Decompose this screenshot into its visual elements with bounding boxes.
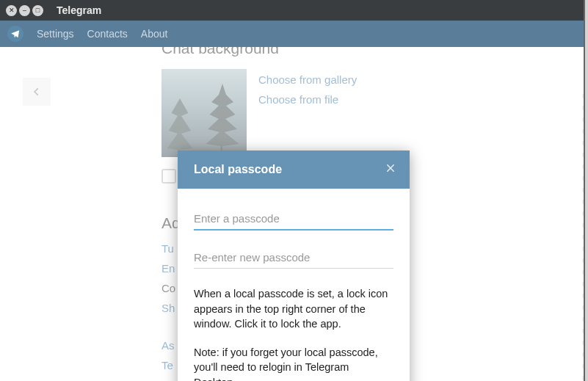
window-maximize-btn[interactable]: □ xyxy=(32,5,43,16)
dialog-body: When a local passcode is set, a lock ico… xyxy=(178,189,410,381)
window-minimize-btn[interactable]: – xyxy=(19,5,30,16)
menubar: Settings Contacts About xyxy=(0,21,584,47)
dialog-description-2: Note: if you forget your local passcode,… xyxy=(194,345,393,381)
telegram-logo-icon xyxy=(7,26,23,42)
app-window: ✕ – □ Telegram Settings Contacts About C… xyxy=(0,0,585,381)
window-close-btn[interactable]: ✕ xyxy=(6,5,17,16)
window-title: Telegram xyxy=(57,4,101,16)
content-area: Chat background Choose from gallery Choo… xyxy=(0,47,584,381)
reenter-passcode-input[interactable] xyxy=(194,248,393,269)
local-passcode-dialog: Local passcode When a local passcode is … xyxy=(178,150,410,381)
window-controls: ✕ – □ xyxy=(6,5,43,16)
titlebar: ✕ – □ Telegram xyxy=(0,0,584,21)
dialog-title: Local passcode xyxy=(194,163,282,176)
enter-passcode-input[interactable] xyxy=(194,209,393,231)
menu-contacts[interactable]: Contacts xyxy=(87,28,128,40)
dialog-header: Local passcode xyxy=(178,150,410,189)
menu-settings[interactable]: Settings xyxy=(37,28,74,40)
close-icon[interactable] xyxy=(385,162,396,177)
dialog-description-1: When a local passcode is set, a lock ico… xyxy=(194,286,393,332)
menu-about[interactable]: About xyxy=(141,28,168,40)
